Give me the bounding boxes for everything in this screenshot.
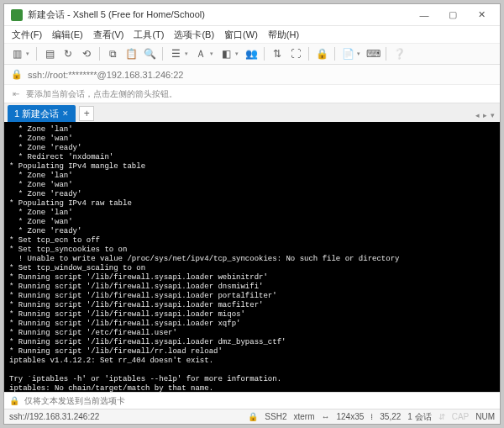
close-button[interactable]: ✕ bbox=[468, 7, 495, 24]
status-sessions: 1 会话 bbox=[407, 411, 431, 423]
minimize-button[interactable]: ― bbox=[411, 7, 438, 24]
terminal-output[interactable]: * Zone 'lan' * Zone 'wan' * Zone 'ready'… bbox=[4, 122, 500, 392]
reconnect-button[interactable]: ↻ bbox=[60, 46, 76, 61]
status-pos: 35,22 bbox=[380, 412, 401, 421]
menu-options[interactable]: 选项卡(B) bbox=[170, 27, 218, 43]
help-button[interactable]: ❔ bbox=[391, 46, 407, 61]
tab-close-icon[interactable]: ✕ bbox=[62, 109, 69, 118]
status-size: 124x35 bbox=[336, 412, 364, 421]
status-updown-icon: ⇵ bbox=[438, 412, 445, 421]
address-text[interactable]: ssh://root:********@192.168.31.246:22 bbox=[28, 70, 183, 80]
title-bar: 新建会话 - Xshell 5 (Free for Home/School) ―… bbox=[4, 4, 500, 26]
dropdown-icon[interactable]: ▾ bbox=[357, 50, 360, 57]
status-caps: CAP bbox=[452, 412, 470, 421]
send-lock-icon: 🔒 bbox=[9, 396, 19, 405]
menu-window[interactable]: 窗口(W) bbox=[220, 27, 262, 43]
dropdown-icon[interactable]: ▾ bbox=[235, 50, 239, 57]
tab-label: 1 新建会话 bbox=[14, 108, 59, 120]
tab-strip: 1 新建会话 ✕ + ◂ ▸ ▾ bbox=[4, 103, 500, 122]
lock-button[interactable]: 🔒 bbox=[314, 46, 329, 61]
toolbar: ▥▾ ▤ ↻ ⟲ ⧉ 📋 🔍 ☰▾ Ａ▾ ◧▾ 👥 ⇅ ⛶ 🔒 📄▾ ⌨ ❔ bbox=[4, 43, 500, 65]
script-button[interactable]: 📄 bbox=[340, 46, 355, 61]
hint-text: 要添加当前会话，点击左侧的箭头按钮。 bbox=[26, 88, 177, 100]
menu-file[interactable]: 文件(F) bbox=[8, 27, 46, 43]
app-icon bbox=[11, 9, 23, 21]
status-pos-icon: ⁞ bbox=[370, 412, 373, 421]
tab-prev-icon[interactable]: ◂ bbox=[475, 111, 480, 119]
session-tab[interactable]: 1 新建会话 ✕ bbox=[8, 105, 76, 122]
anchor-icon[interactable]: ⇤ bbox=[11, 89, 21, 99]
dropdown-icon[interactable]: ▾ bbox=[210, 50, 213, 57]
status-ssh: SSH2 bbox=[265, 412, 286, 421]
paste-button[interactable]: 📋 bbox=[123, 46, 139, 61]
status-term: xterm bbox=[293, 412, 314, 421]
send-input[interactable] bbox=[24, 396, 495, 405]
transfer-button[interactable]: ⇅ bbox=[270, 46, 285, 61]
copy-button[interactable]: ⧉ bbox=[105, 46, 120, 61]
status-size-icon: ↔ bbox=[321, 412, 329, 421]
app-window: 新建会话 - Xshell 5 (Free for Home/School) ―… bbox=[3, 3, 501, 425]
properties-button[interactable]: ☰ bbox=[168, 46, 183, 61]
address-bar: 🔒 ssh://root:********@192.168.31.246:22 bbox=[4, 65, 500, 85]
users-button[interactable]: 👥 bbox=[244, 46, 259, 61]
status-ssh-icon: 🔒 bbox=[248, 412, 258, 421]
color-button[interactable]: ◧ bbox=[218, 46, 234, 61]
font-button[interactable]: Ａ bbox=[193, 46, 208, 61]
status-connection: ssh://192.168.31.246:22 bbox=[9, 412, 99, 421]
menu-tools[interactable]: 工具(T) bbox=[129, 27, 168, 43]
menu-bar: 文件(F) 编辑(E) 查看(V) 工具(T) 选项卡(B) 窗口(W) 帮助(… bbox=[4, 26, 500, 43]
fullscreen-button[interactable]: ⛶ bbox=[288, 46, 303, 61]
status-num: NUM bbox=[475, 412, 495, 421]
new-connection-button[interactable]: ▥ bbox=[9, 46, 24, 61]
disconnect-button[interactable]: ⟲ bbox=[79, 46, 94, 61]
window-title: 新建会话 - Xshell 5 (Free for Home/School) bbox=[28, 8, 411, 21]
add-tab-button[interactable]: + bbox=[79, 106, 94, 121]
dropdown-icon[interactable]: ▾ bbox=[185, 50, 188, 57]
menu-help[interactable]: 帮助(H) bbox=[264, 27, 303, 43]
lock-icon: 🔒 bbox=[11, 69, 23, 80]
status-bar: ssh://192.168.31.246:22 🔒 SSH2 xterm ↔ 1… bbox=[4, 409, 500, 424]
find-button[interactable]: 🔍 bbox=[142, 46, 157, 61]
keymap-button[interactable]: ⌨ bbox=[365, 46, 381, 61]
menu-view[interactable]: 查看(V) bbox=[89, 27, 129, 43]
tab-list-icon[interactable]: ▾ bbox=[491, 111, 495, 119]
dropdown-icon[interactable]: ▾ bbox=[26, 50, 29, 57]
menu-edit[interactable]: 编辑(E) bbox=[48, 27, 87, 43]
hint-bar: ⇤ 要添加当前会话，点击左侧的箭头按钮。 bbox=[4, 85, 500, 103]
maximize-button[interactable]: ▢ bbox=[439, 7, 466, 24]
tab-nav: ◂ ▸ ▾ bbox=[475, 111, 495, 119]
send-bar: 🔒 bbox=[4, 392, 500, 409]
open-button[interactable]: ▤ bbox=[42, 46, 57, 61]
tab-next-icon[interactable]: ▸ bbox=[483, 111, 487, 119]
